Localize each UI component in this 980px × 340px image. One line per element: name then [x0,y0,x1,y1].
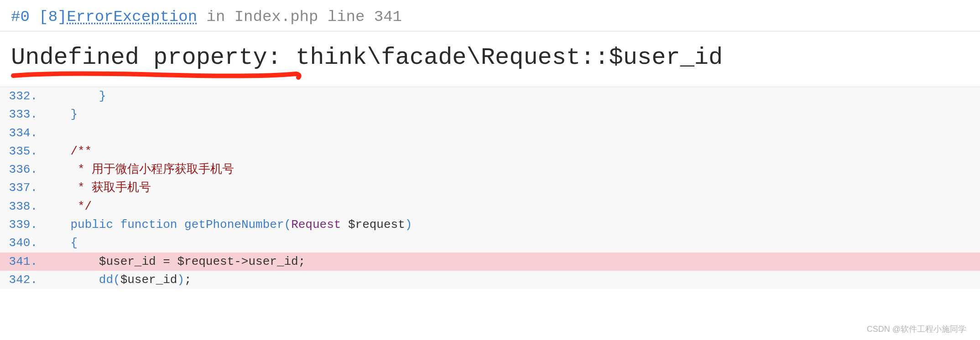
line-number: 337. [0,179,42,197]
stack-frame-number: #0 [11,8,30,26]
error-code: 8 [48,8,57,26]
code-content: { [42,234,78,252]
error-message: Undefined property: think\facade\Request… [11,44,969,71]
code-content: * 获取手机号 [42,179,151,197]
error-code-open: [ [39,8,48,26]
code-line: 338. */ [0,197,980,216]
error-exception-link[interactable]: ErrorException [67,8,197,26]
line-number: 335. [0,142,42,160]
code-line: 342. dd($user_id); [0,271,980,289]
code-content: dd($user_id); [42,271,192,289]
line-number: 340. [0,234,42,252]
error-header: #0 [8]ErrorException in Index.php line 3… [0,0,980,31]
in-label: in [207,8,225,26]
code-block: 332. }333. }334.335. /**336. * 用于微信小程序获取… [0,87,980,289]
line-number: 332. [0,87,42,105]
code-line: 336. * 用于微信小程序获取手机号 [0,160,980,179]
annotation-underline [11,71,303,80]
code-line: 332. } [0,87,980,105]
line-number: 341. [0,252,42,271]
line-label: line [328,8,365,26]
code-content: public function getPhoneNumber(Request $… [42,216,412,234]
code-content: * 用于微信小程序获取手机号 [42,160,234,179]
line-number: 336. [0,160,42,179]
file-name: Index.php [235,8,318,26]
line-number: 342. [0,271,42,289]
code-line-highlighted: 341. $user_id = $request->user_id; [0,252,980,271]
code-line: 340. { [0,234,980,252]
line-number: 338. [0,197,42,216]
code-line: 337. * 获取手机号 [0,179,980,197]
code-line: 333. } [0,105,980,124]
code-content: /** [42,142,92,160]
error-message-container: Undefined property: think\facade\Request… [0,31,980,87]
error-code-close: ] [57,8,67,26]
line-number: 339. [0,216,42,234]
code-line: 334. [0,124,980,142]
line-number: 341 [374,8,402,26]
code-line: 335. /** [0,142,980,160]
line-number: 333. [0,105,42,124]
code-line: 339. public function getPhoneNumber(Requ… [0,216,980,234]
line-number: 334. [0,124,42,142]
code-content: */ [42,197,92,216]
code-content: } [42,87,106,105]
code-content: } [42,105,78,124]
code-content: $user_id = $request->user_id; [42,252,305,271]
